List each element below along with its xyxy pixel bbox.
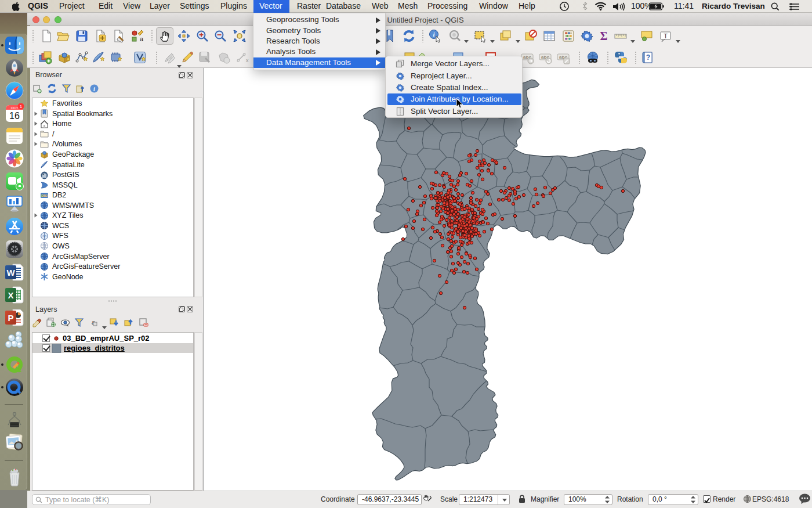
svg-text:X: X xyxy=(8,290,13,300)
svg-text:DB2: DB2 xyxy=(41,194,48,197)
svg-text:a: a xyxy=(140,35,144,42)
svg-text:16: 16 xyxy=(9,111,20,121)
svg-text:?: ? xyxy=(646,53,650,62)
svg-text:x: x xyxy=(246,57,249,63)
svg-text:1: 1 xyxy=(20,104,23,109)
svg-text:W: W xyxy=(6,268,15,278)
svg-text:Σ: Σ xyxy=(600,30,607,42)
svg-text:T: T xyxy=(664,33,668,39)
svg-text:P: P xyxy=(8,313,13,323)
svg-text:OCT: OCT xyxy=(11,106,19,110)
svg-text:i: i xyxy=(93,86,95,92)
svg-text:V: V xyxy=(43,235,45,238)
